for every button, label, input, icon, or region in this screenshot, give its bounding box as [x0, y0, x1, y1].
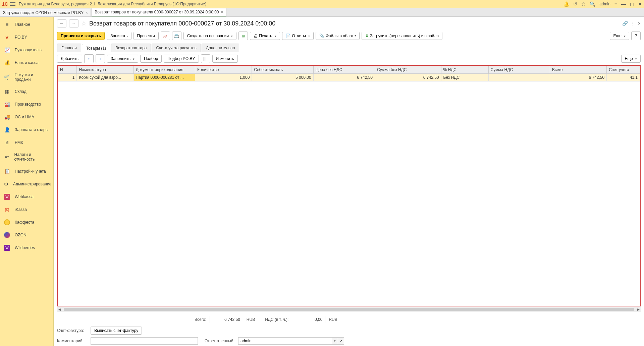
record-button[interactable]: Записать — [107, 32, 131, 40]
sidebar-item-admin[interactable]: ⚙Администрирование — [0, 178, 53, 190]
sidebar-item-ozon[interactable]: OZON — [0, 229, 53, 241]
edit-button[interactable]: Изменить — [212, 55, 238, 63]
cell-vat-sum[interactable] — [488, 74, 550, 81]
col-price[interactable]: Цена без НДС — [313, 66, 375, 74]
sub-more-button[interactable]: Еще — [621, 55, 641, 63]
favorite-star-icon[interactable]: ☆ — [81, 20, 87, 27]
col-vat-pct[interactable]: % НДС — [441, 66, 488, 74]
subtab-tare[interactable]: Возвратная тара — [111, 44, 151, 52]
star-icon[interactable]: ☆ — [581, 1, 586, 7]
add-button[interactable]: Добавить — [57, 55, 82, 63]
tab-return-document[interactable]: Возврат товаров от покупателя 0000-00002… — [92, 8, 226, 16]
move-down-button[interactable]: ↓ — [96, 54, 105, 63]
post-and-close-button[interactable]: Провести и закрыть — [57, 32, 105, 40]
cell-total[interactable]: 6 742,50 — [550, 74, 606, 81]
sidebar-item-sales[interactable]: 🛒Покупки и продажи — [0, 69, 53, 85]
cell-vat-pct[interactable]: Без НДС — [441, 74, 488, 81]
scrollbar-thumb[interactable] — [64, 308, 634, 311]
col-total[interactable]: Всего — [550, 66, 606, 74]
responsible-combo[interactable]: ▾ ↗ — [238, 337, 344, 345]
close-icon[interactable]: ✕ — [638, 1, 642, 7]
print-button[interactable]: 🖨Печать — [250, 32, 280, 40]
sidebar-item-wildberries[interactable]: WWildberries — [0, 241, 53, 254]
col-nomen[interactable]: Номенклатура — [77, 66, 133, 74]
sidebar-item-warehouse[interactable]: ▦Склад — [0, 85, 53, 98]
help-button[interactable]: ? — [631, 32, 641, 40]
col-n[interactable]: N — [58, 66, 77, 74]
cell-n[interactable]: 1 — [58, 74, 77, 81]
subtab-goods[interactable]: Товары (1) — [82, 44, 110, 52]
sidebar-item-acct-settings[interactable]: 📋Настройки учета — [0, 165, 53, 178]
chevron-down-icon[interactable]: ▾ — [332, 337, 338, 345]
sidebar-item-assets[interactable]: 🚚ОС и НМА — [0, 111, 53, 123]
history-icon[interactable]: ↺ — [573, 1, 577, 7]
create-based-button[interactable]: Создать на основании — [183, 32, 237, 40]
main-menu-icon[interactable] — [10, 2, 15, 6]
col-cost[interactable]: Себестоимость — [252, 66, 313, 74]
cell-account[interactable]: 41.1 — [607, 74, 640, 81]
structure-icon[interactable]: 📇 — [172, 32, 181, 40]
cell-qty[interactable]: 1,000 — [195, 74, 252, 81]
cell-nomen[interactable]: Корм сухой для взро... — [77, 74, 133, 81]
cell-doc[interactable]: Партия 0000-000281 от ... — [133, 74, 195, 81]
sidebar-item-payroll[interactable]: 👤Зарплата и кадры — [0, 123, 53, 136]
comment-input[interactable] — [91, 337, 198, 345]
sidebar-item-kaffesta[interactable]: Каффеста — [0, 216, 53, 229]
maximize-icon[interactable]: ◻ — [630, 1, 634, 7]
cloud-files-button[interactable]: 📎Файлы в облаке — [316, 32, 360, 40]
nav-forward-button[interactable]: → — [69, 19, 78, 27]
col-doc[interactable]: Документ оприходования — [133, 66, 195, 74]
excel-icon[interactable]: ⊞ — [238, 32, 248, 40]
fill-button[interactable]: Заполнить — [107, 55, 138, 63]
user-label[interactable]: admin — [599, 2, 610, 6]
scroll-right-icon[interactable]: ▶ — [636, 307, 641, 312]
link-icon[interactable]: 🔗 — [622, 21, 628, 26]
col-account[interactable]: Счет учета — [607, 66, 640, 74]
minimize-icon[interactable]: — — [621, 1, 626, 7]
scroll-left-icon[interactable]: ◀ — [57, 307, 62, 312]
col-sum[interactable]: Сумма без НДС — [375, 66, 441, 74]
settings-icon[interactable]: ≡ — [614, 1, 617, 7]
pick-poby-button[interactable]: Подбор PO.BY — [164, 55, 199, 63]
sidebar-item-main[interactable]: ≡Главное — [0, 18, 53, 31]
horizontal-scrollbar[interactable]: ◀ ▶ — [57, 307, 641, 312]
cell-price[interactable]: 6 742,50 — [313, 74, 375, 81]
sidebar-item-poby[interactable]: ★PO.BY — [0, 31, 53, 44]
cell-cost[interactable]: 5 000,00 — [252, 74, 313, 81]
goods-table[interactable]: N Номенклатура Документ оприходования Ко… — [58, 66, 640, 81]
open-dialog-icon[interactable]: ↗ — [338, 337, 344, 345]
sidebar-item-webkassa[interactable]: WWebkassa — [0, 190, 53, 203]
col-vat-sum[interactable]: Сумма НДС — [488, 66, 550, 74]
subtab-main[interactable]: Главная — [57, 44, 81, 52]
subtab-accounts[interactable]: Счета учета расчетов — [152, 44, 201, 52]
sidebar-item-rmk[interactable]: 🖥РМК — [0, 136, 53, 149]
col-qty[interactable]: Количество — [195, 66, 252, 74]
responsible-input[interactable] — [238, 337, 332, 345]
pick-button[interactable]: Подбор — [140, 55, 162, 63]
reports-button[interactable]: 📄Отчеты — [282, 32, 314, 40]
load-from-file-button[interactable]: ⬇Загрузить (перезаполнить) из файла — [362, 32, 442, 40]
table-row[interactable]: 1 Корм сухой для взро... Партия 0000-000… — [58, 74, 640, 81]
nav-back-button[interactable]: ← — [57, 19, 66, 27]
dtkt-icon[interactable]: Дт — [161, 32, 170, 40]
barcode-icon[interactable]: |||| — [201, 54, 210, 63]
post-button[interactable]: Провести — [133, 32, 159, 40]
close-icon[interactable]: × — [638, 21, 641, 26]
search-icon[interactable]: 🔍 — [590, 1, 595, 7]
subtab-extra[interactable]: Дополнительно — [202, 44, 239, 52]
sidebar-item-manager[interactable]: 📈Руководителю — [0, 44, 53, 56]
sidebar-item-bank[interactable]: 💰Банк и касса — [0, 56, 53, 69]
kebab-icon[interactable]: ⋮ — [631, 21, 635, 26]
sidebar-item-production[interactable]: 🏭Производство — [0, 98, 53, 111]
tab-ozon-load[interactable]: Загрузка продаж OZON по месяцам PO.BY × — [0, 9, 91, 16]
more-button[interactable]: Еще — [610, 32, 629, 40]
close-icon[interactable]: × — [86, 10, 88, 15]
sidebar-item-label: Склад — [15, 89, 26, 94]
close-icon[interactable]: × — [221, 10, 223, 14]
move-up-button[interactable]: ↑ — [84, 54, 94, 63]
bell-icon[interactable]: 🔔 — [564, 1, 569, 7]
cell-sum[interactable]: 6 742,50 — [375, 74, 441, 81]
sidebar-item-ikassa[interactable]: [K]iKassa — [0, 203, 53, 216]
write-invoice-button[interactable]: Выписать счет-фактуру — [91, 327, 142, 335]
sidebar-item-taxes[interactable]: АτНалоги и отчетность — [0, 149, 53, 165]
